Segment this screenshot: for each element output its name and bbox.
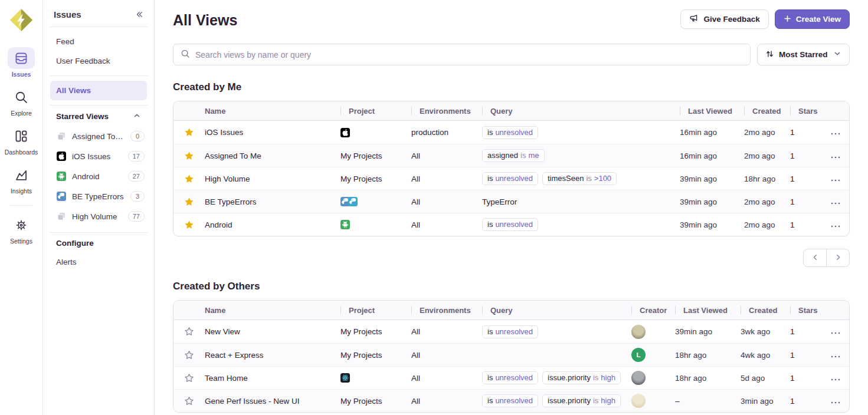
row-menu-button[interactable] [822, 151, 849, 160]
sidebar-item-user-feedback[interactable]: User Feedback [50, 51, 147, 71]
table-row[interactable]: AndroidAllisunresolved39min ago2mo ago1 [173, 213, 849, 236]
star-filled-icon[interactable] [182, 194, 197, 209]
rail-item-settings[interactable]: Settings [8, 214, 35, 245]
query-cell: isunresolvedissue.priorityishigh [482, 394, 631, 407]
search-views-input[interactable] [195, 50, 743, 60]
query-cell: isunresolvedtimesSeenis>100 [482, 172, 680, 185]
rail-label: Explore [11, 110, 32, 117]
star-filled-icon[interactable] [182, 148, 197, 163]
star-outline-icon[interactable] [182, 370, 197, 386]
project-icon-apple [340, 128, 350, 137]
row-menu-button[interactable] [822, 374, 849, 383]
row-menu-button[interactable] [822, 197, 849, 206]
view-name-link[interactable]: Android [205, 220, 232, 229]
rail-item-insights[interactable]: Insights [8, 164, 35, 195]
created-value: 2mo ago [744, 220, 775, 229]
page-title: All Views [173, 12, 237, 29]
environments-value: All [411, 397, 482, 406]
project-cell: My Projects [340, 351, 411, 360]
row-menu-button[interactable] [822, 174, 849, 183]
starred-view-item[interactable]: Android27 [50, 166, 147, 186]
sidebar-item-alerts[interactable]: Alerts [50, 252, 147, 272]
view-name-link[interactable]: Team Home [205, 374, 248, 383]
starred-view-item[interactable]: Assigned To Me0 [50, 126, 147, 146]
line-chart-icon [8, 164, 35, 186]
table-row[interactable]: iOS Issuesproductionisunresolved16min ag… [173, 121, 849, 144]
query-chip: timesSeenis>100 [542, 172, 617, 185]
chevron-right-icon [834, 253, 843, 264]
star-outline-icon[interactable] [182, 324, 197, 340]
sidebar-title: Issues [54, 9, 81, 19]
star-outline-icon[interactable] [182, 393, 197, 409]
project-cell [340, 128, 411, 137]
starred-view-count-badge: 27 [128, 171, 145, 182]
starred-view-count-badge: 17 [128, 151, 145, 162]
ellipsis-icon [831, 151, 840, 160]
starred-view-item[interactable]: iOS Issues17 [50, 146, 147, 166]
next-page-button[interactable] [826, 249, 850, 267]
starred-views-list: Assigned To Me0iOS Issues17Android27BE T… [50, 126, 147, 226]
star-outline-icon[interactable] [182, 347, 197, 363]
last-viewed-value: 18hr ago [675, 374, 706, 383]
table-row[interactable]: BE TypeErrorsAllTypeError39min ago2mo ag… [173, 190, 849, 213]
row-menu-button[interactable] [822, 220, 849, 229]
view-name-link[interactable]: BE TypeErrors [205, 197, 257, 206]
view-name-link[interactable]: iOS Issues [205, 128, 243, 137]
table-row[interactable]: Gene Perf Issues - New UIMy ProjectsAlli… [173, 389, 849, 412]
project-icon-android [340, 220, 350, 229]
starred-view-item[interactable]: High Volume77 [50, 206, 147, 226]
starred-view-name: Assigned To Me [72, 132, 125, 141]
search-views-box [173, 44, 751, 65]
environments-value: All [411, 197, 482, 206]
sidebar-item-all-views[interactable]: All Views [50, 81, 147, 100]
chevron-up-icon [133, 111, 141, 121]
sort-dropdown[interactable]: Most Starred [757, 44, 850, 65]
sidebar-item-feed[interactable]: Feed [50, 32, 147, 51]
starred-view-name: BE TypeErrors [72, 192, 124, 201]
nav-rail: Issues Explore Dashboards Insights Setti… [0, 0, 43, 415]
table-row[interactable]: React + ExpressMy ProjectsAllL18hr ago4w… [173, 343, 849, 366]
pagination [173, 249, 850, 267]
give-feedback-button[interactable]: Give Feedback [680, 9, 768, 29]
stars-count: 1 [790, 174, 822, 183]
ellipsis-icon [831, 351, 840, 360]
view-name-link[interactable]: High Volume [205, 174, 250, 183]
view-name-link[interactable]: New View [205, 327, 240, 336]
double-chevron-left-icon[interactable] [133, 9, 143, 19]
star-filled-icon[interactable] [182, 217, 197, 232]
row-menu-button[interactable] [822, 351, 849, 360]
row-menu-button[interactable] [822, 128, 849, 137]
table-row[interactable]: New ViewMy ProjectsAllisunresolved39min … [173, 320, 849, 343]
starred-view-item[interactable]: BE TypeErrors3 [50, 186, 147, 206]
create-view-button[interactable]: Create View [775, 9, 850, 29]
project-cell [340, 220, 411, 229]
view-name-link[interactable]: Assigned To Me [205, 151, 261, 160]
starred-views-header[interactable]: Starred Views [50, 106, 147, 126]
table-row[interactable]: High VolumeMy ProjectsAllisunresolvedtim… [173, 167, 849, 190]
rail-item-explore[interactable]: Explore [8, 86, 35, 117]
column-header-project: Project [340, 107, 411, 116]
table-row[interactable]: Assigned To MeMy ProjectsAllassignedisme… [173, 144, 849, 167]
rail-item-dashboards[interactable]: Dashboards [5, 125, 38, 156]
rail-divider [10, 205, 32, 206]
star-filled-icon[interactable] [182, 171, 197, 186]
stars-count: 1 [790, 128, 822, 137]
view-name-link[interactable]: React + Express [205, 351, 263, 360]
dashboards-grid-icon [8, 125, 35, 147]
apple-icon [56, 151, 67, 162]
star-filled-icon[interactable] [182, 125, 197, 140]
last-viewed-value: 16min ago [680, 128, 717, 137]
project-cell: My Projects [340, 327, 411, 336]
project-cell: My Projects [340, 174, 411, 183]
org-logo[interactable] [8, 7, 34, 33]
table-row[interactable]: Team HomeAllisunresolvedissue.priorityis… [173, 366, 849, 389]
rail-item-issues[interactable]: Issues [8, 47, 35, 78]
view-name-link[interactable]: Gene Perf Issues - New UI [205, 397, 300, 406]
last-viewed-value: 39min ago [675, 327, 712, 336]
previous-page-button[interactable] [803, 249, 827, 267]
configure-header: Configure [50, 233, 147, 252]
row-menu-button[interactable] [822, 397, 849, 406]
stars-count: 1 [790, 374, 822, 383]
starred-view-name: iOS Issues [72, 152, 110, 161]
row-menu-button[interactable] [822, 327, 849, 336]
